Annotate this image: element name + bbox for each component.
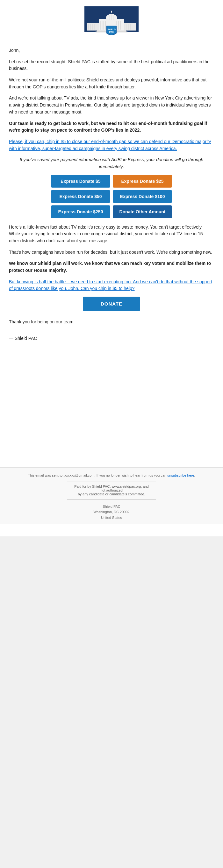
svg-rect-9 [100, 21, 101, 30]
footer-address-line1: Washington, DC 20002 [9, 509, 214, 515]
svg-rect-19 [88, 24, 89, 30]
footer-paid-box: Paid for by Shield PAC, www.shieldpac.or… [67, 481, 156, 499]
footer-unsubscribe-note: This email was sent to: xxxxxx@gmail.com… [9, 473, 214, 477]
shield-pac-logo: SHIELD PAC [81, 6, 142, 41]
paragraph-5: Please, if you can, chip in $5 to close … [9, 138, 214, 152]
p2-lies: lies [69, 84, 76, 89]
paragraph-7: That's how campaigns have been run for d… [9, 249, 214, 256]
donate-buttons-grid: Express Donate $5 Express Donate $25 Exp… [51, 175, 172, 218]
express-donate-250-button[interactable]: Express Donate $250 [51, 206, 110, 218]
express-donate-100-button[interactable]: Express Donate $100 [113, 190, 172, 203]
svg-rect-14 [120, 21, 121, 30]
svg-rect-25 [129, 24, 129, 30]
cta-link-1[interactable]: Please, if you can, chip in $5 to close … [9, 139, 211, 151]
svg-rect-26 [130, 24, 131, 30]
svg-text:SHIELD: SHIELD [107, 28, 116, 31]
footer-org-name: Shield PAC [9, 504, 214, 510]
paragraph-3: And we're not talking about TV ads, the … [9, 95, 214, 116]
p2-suffix: like a hot knife through butter. [76, 84, 136, 89]
svg-rect-22 [94, 24, 94, 30]
svg-rect-24 [127, 24, 127, 30]
svg-rect-11 [105, 21, 106, 30]
main-donate-button[interactable]: DONATE [83, 297, 140, 311]
express-donate-5-button[interactable]: Express Donate $5 [51, 175, 110, 188]
svg-rect-13 [118, 21, 119, 30]
express-donate-50-button[interactable]: Express Donate $50 [51, 190, 110, 203]
paragraph-6: Here's a little-known fact about TV ads:… [9, 224, 214, 245]
svg-rect-23 [124, 24, 125, 30]
paid-line-1: Paid for by Shield PAC, www.shieldpac.or… [74, 485, 148, 492]
svg-rect-20 [90, 24, 91, 30]
spacer [0, 353, 223, 455]
signature: — Shield PAC [9, 335, 214, 342]
paragraph-4-bold: Our team is ready to get back to work, b… [9, 120, 214, 134]
svg-rect-10 [103, 21, 104, 30]
footer-address: Shield PAC Washington, DC 20002 United S… [9, 504, 214, 521]
paragraph-9: But knowing is half the battle -- we nee… [9, 279, 214, 292]
svg-text:PAC: PAC [109, 31, 114, 33]
actblue-note: If you've saved your payment information… [9, 156, 214, 170]
unsubscribe-link[interactable]: unsubscribe here [167, 473, 194, 477]
email-body: John, Let us set the record straight: Sh… [0, 44, 223, 353]
closing: Thank you for being on our team, [9, 318, 214, 326]
unsubscribe-text-period: . [194, 473, 195, 477]
paragraph-1: Let us set the record straight: Shield P… [9, 59, 214, 72]
svg-rect-18 [124, 23, 136, 31]
unsubscribe-text-prefix: This email was sent to: xxxxxx@gmail.com… [28, 473, 167, 477]
svg-rect-21 [92, 24, 93, 30]
greeting: John, [9, 47, 214, 54]
footer-address-line2: United States [9, 515, 214, 521]
cta-link-2[interactable]: But knowing is half the battle -- we nee… [9, 279, 212, 291]
paid-line-2: by any candidate or candidate's committe… [78, 492, 145, 496]
express-donate-25-button[interactable]: Express Donate $25 [113, 175, 172, 188]
header-logo: SHIELD PAC [0, 0, 223, 44]
paragraph-8-bold: We know our Shield plan will work. We kn… [9, 260, 214, 274]
donate-other-amount-button[interactable]: Donate Other Amount [113, 206, 172, 218]
footer: This email was sent to: xxxxxx@gmail.com… [0, 467, 223, 524]
paragraph-2: We're not your run-of-the-mill politicos… [9, 76, 214, 90]
